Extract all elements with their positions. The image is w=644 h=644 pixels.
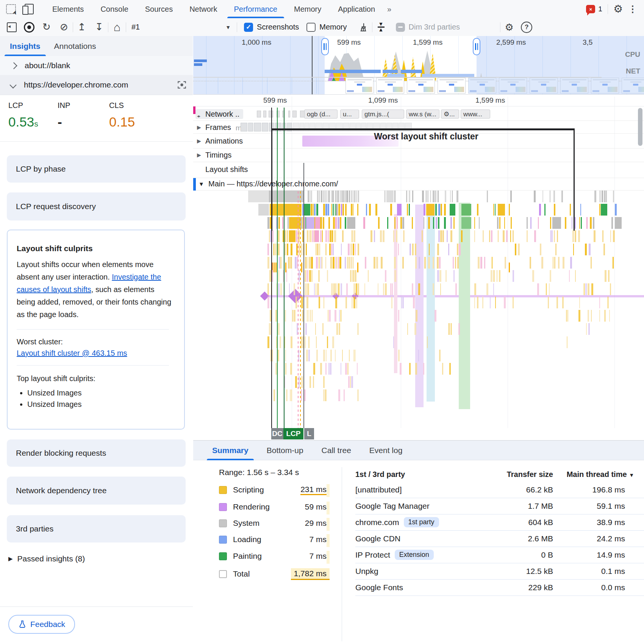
flame-bar[interactable] [304,204,310,216]
flame-bar[interactable] [383,230,385,242]
flame-bar[interactable] [316,204,318,216]
flame-bar[interactable] [306,350,308,361]
flame-bar[interactable] [497,270,497,282]
flame-bar[interactable] [323,191,324,202]
flame-bar[interactable] [495,297,496,308]
flame-bar[interactable] [312,310,313,322]
flame-bar[interactable] [341,191,342,202]
flame-bar[interactable] [278,217,280,229]
flame-bar[interactable] [384,191,386,202]
flame-bar[interactable] [305,270,306,282]
flame-bar[interactable] [345,297,347,308]
flame-bar[interactable] [436,217,437,229]
tab-sources[interactable]: Sources [137,0,181,18]
flame-bar[interactable] [316,283,316,295]
flame-bar[interactable] [440,230,442,242]
flame-bar[interactable] [491,270,492,282]
flame-bar[interactable] [426,204,435,216]
flame-bar[interactable] [480,257,482,269]
flame-bar[interactable] [305,257,307,269]
flame-bar[interactable] [267,257,269,269]
flame-bar[interactable] [339,310,340,322]
flame-bar[interactable] [555,244,556,255]
column-header-party[interactable]: 1st / 3rd party [355,470,405,479]
flame-bar[interactable] [326,191,327,202]
tab-elements[interactable]: Elements [44,0,92,18]
customize-menu-icon[interactable]: ⋮ [628,4,637,14]
flame-bar[interactable] [484,257,485,269]
flame-bar[interactable] [330,350,332,361]
flame-bar[interactable] [284,376,285,388]
insight-card-network-tree[interactable]: Network dependency tree [7,477,186,505]
flame-bar[interactable] [335,191,337,202]
track-label[interactable]: Network .. [195,109,243,119]
flame-bar[interactable] [331,244,332,255]
flame-bar[interactable] [341,244,342,255]
flame-bar[interactable] [438,217,439,229]
inspect-element-icon[interactable] [5,3,17,16]
insight-card-render-blocking[interactable]: Render blocking requests [7,439,186,467]
flame-bar[interactable] [552,230,553,242]
flame-bar[interactable] [357,204,358,216]
flame-bar[interactable] [553,257,553,269]
network-request-chip[interactable]: ww.s (w... [406,109,439,119]
flame-bar[interactable] [327,270,328,282]
flame-bar[interactable] [350,244,352,255]
flame-bar[interactable] [409,363,411,375]
flame-bar[interactable] [313,376,314,388]
dim-3rd-parties-toggle[interactable] [396,23,405,32]
flame-bar[interactable] [315,323,316,335]
flame-bar[interactable] [316,336,317,348]
flame-bar[interactable] [437,257,439,269]
flame-bar[interactable] [299,376,300,388]
flame-bar[interactable] [309,270,311,282]
flame-bar[interactable] [424,257,426,269]
flame-bar[interactable] [403,230,405,242]
flame-bar[interactable] [308,350,310,361]
flame-bar[interactable] [424,217,424,229]
load-profile-icon[interactable]: ↥ [73,20,91,34]
flame-bar[interactable] [267,217,269,229]
sidebar-page-site[interactable]: https://developer.chrome.com [0,75,193,95]
table-row[interactable]: IP ProtectExtension 0 B 14.9 ms [355,547,644,563]
flame-bar[interactable] [558,257,560,269]
session-dropdown-icon[interactable]: ▼ [225,24,231,30]
flame-bar[interactable] [348,244,350,255]
flame-bar[interactable] [374,257,375,269]
collect-garbage-icon[interactable] [355,20,372,34]
flame-bar[interactable] [338,217,339,229]
flame-bar[interactable] [289,217,300,229]
flame-bar[interactable] [335,230,336,242]
flame-bar[interactable] [591,310,592,322]
flame-bar[interactable] [280,257,281,269]
flame-bar[interactable] [344,389,345,401]
flame-bar[interactable] [572,217,572,229]
flame-bar[interactable] [610,230,611,242]
flame-bar[interactable] [457,244,458,255]
flame-bar[interactable] [312,230,314,242]
flame-bar[interactable] [402,297,404,308]
flame-bar[interactable] [444,204,446,216]
flame-bar[interactable] [328,310,328,322]
flame-bar[interactable] [499,217,500,229]
flame-bar[interactable] [530,217,531,229]
flame-bar[interactable] [518,244,520,255]
flame-bar[interactable] [290,389,291,401]
flame-bar[interactable] [335,310,336,322]
flame-bar[interactable] [390,204,392,216]
flame-bar[interactable] [613,191,614,202]
flame-bar[interactable] [363,217,365,229]
flame-bar[interactable] [584,283,585,295]
flame-bar[interactable] [427,336,428,348]
flame-bar[interactable] [325,230,327,242]
screenshot-thumbnail[interactable] [438,78,466,94]
flame-bar[interactable] [353,230,355,242]
flame-bar[interactable] [615,217,622,229]
flame-bar[interactable] [291,389,292,401]
flame-bar[interactable] [328,191,330,202]
flame-bar[interactable] [358,283,359,295]
flame-bar[interactable] [604,310,606,322]
flame-bar[interactable] [541,257,543,269]
flame-bar[interactable] [397,204,402,216]
flame-bar[interactable] [453,217,455,229]
